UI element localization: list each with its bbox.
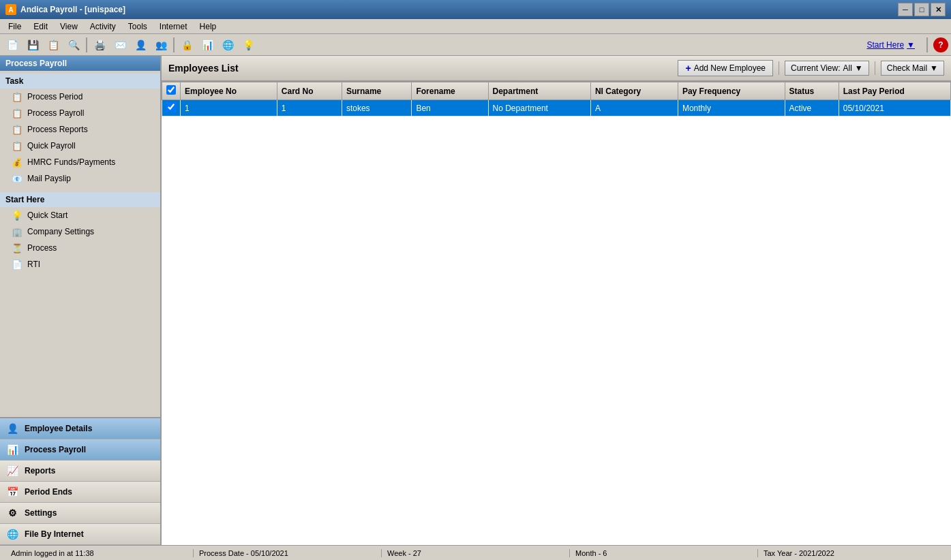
toolbar-btn-10[interactable]: 📊 bbox=[198, 36, 217, 54]
start-rti[interactable]: 📄 RTI bbox=[0, 256, 160, 273]
header-divider-2 bbox=[875, 61, 875, 75]
nav-period-ends[interactable]: 📅 Period Ends bbox=[0, 482, 160, 503]
check-mail-label: Check Mail bbox=[887, 63, 927, 73]
select-all-checkbox[interactable] bbox=[166, 85, 176, 95]
menu-activity[interactable]: Activity bbox=[85, 20, 121, 33]
toolbar: 📄 💾 📋 🔍 🖨️ ✉️ 👤 👥 🔒 📊 🌐 💡 Start Here ▼ ? bbox=[0, 34, 951, 56]
row-1-checkbox[interactable] bbox=[166, 102, 176, 112]
table-row[interactable]: 1 1 stokes Ben No Department A Monthly A… bbox=[162, 100, 951, 116]
employees-table: Employee No Card No Surname Forename Dep… bbox=[162, 82, 951, 116]
task-hmrc[interactable]: 💰 HMRC Funds/Payments bbox=[0, 154, 160, 170]
quick-start-icon: 💡 bbox=[11, 209, 23, 221]
nav-employee-details[interactable]: 👤 Employee Details bbox=[0, 418, 160, 439]
process-payroll-nav-label: Process Payroll bbox=[25, 445, 86, 454]
minimize-button[interactable]: ─ bbox=[898, 3, 913, 16]
maximize-button[interactable]: □ bbox=[914, 3, 929, 16]
nav-reports[interactable]: 📈 Reports bbox=[0, 461, 160, 482]
current-view-button[interactable]: Current View: All ▼ bbox=[785, 61, 869, 76]
start-company-settings[interactable]: 🏢 Company Settings bbox=[0, 223, 160, 240]
rti-label: RTI bbox=[27, 260, 40, 269]
toolbar-sep-2 bbox=[173, 37, 175, 52]
task-process-reports[interactable]: 📋 Process Reports bbox=[0, 121, 160, 138]
col-ni-category: NI Category bbox=[590, 82, 678, 100]
current-view-value: All bbox=[843, 63, 852, 73]
company-settings-icon: 🏢 bbox=[11, 225, 23, 238]
toolbar-btn-6[interactable]: ✉️ bbox=[110, 36, 130, 54]
process-period-icon: 📋 bbox=[11, 91, 23, 103]
row-1-employee-no: 1 bbox=[181, 100, 277, 116]
process-payroll-icon: 📋 bbox=[11, 107, 23, 119]
toolbar-btn-7[interactable]: 👤 bbox=[131, 36, 150, 54]
reports-nav-icon: 📈 bbox=[5, 465, 19, 477]
menu-edit[interactable]: Edit bbox=[28, 20, 53, 33]
add-new-employee-button[interactable]: + Add New Employee bbox=[678, 60, 773, 76]
toolbar-btn-5[interactable]: 🖨️ bbox=[90, 36, 109, 54]
settings-nav-icon: ⚙ bbox=[5, 507, 19, 519]
toolbar-btn-3[interactable]: 📋 bbox=[44, 36, 63, 54]
company-settings-label: Company Settings bbox=[27, 227, 94, 236]
toolbar-btn-4[interactable]: 🔍 bbox=[64, 36, 83, 54]
task-hmrc-label: HMRC Funds/Payments bbox=[27, 157, 115, 167]
header-actions: + Add New Employee Current View: All ▼ C… bbox=[678, 60, 944, 76]
toolbar-btn-8[interactable]: 👥 bbox=[151, 36, 170, 54]
status-process-date: Process Date - 05/10/2021 bbox=[194, 549, 382, 557]
task-quick-payroll-label: Quick Payroll bbox=[27, 141, 76, 151]
col-employee-no: Employee No bbox=[181, 82, 277, 100]
task-quick-payroll[interactable]: 📋 Quick Payroll bbox=[0, 138, 160, 154]
status-tax-year: Tax Year - 2021/2022 bbox=[758, 549, 946, 557]
start-here-button[interactable]: Start Here ▼ bbox=[860, 38, 921, 52]
status-bar: Admin logged in at 11:38 Process Date - … bbox=[0, 545, 951, 560]
sidebar-task-area: Task 📋 Process Period 📋 Process Payroll … bbox=[0, 71, 160, 417]
mail-payslip-icon: 📧 bbox=[11, 172, 23, 185]
menu-internet[interactable]: Internet bbox=[154, 20, 193, 33]
toolbar-btn-2[interactable]: 💾 bbox=[23, 36, 42, 54]
task-label: Task bbox=[0, 74, 160, 89]
row-1-forename: Ben bbox=[412, 100, 488, 116]
toolbar-btn-11[interactable]: 🌐 bbox=[218, 36, 237, 54]
row-1-ni-category: A bbox=[590, 100, 678, 116]
quick-payroll-icon: 📋 bbox=[11, 140, 23, 152]
rti-icon: 📄 bbox=[11, 258, 23, 270]
start-here-section: Start Here 💡 Quick Start 🏢 Company Setti… bbox=[0, 189, 160, 275]
help-button[interactable]: ? bbox=[933, 37, 948, 52]
start-quick-start[interactable]: 💡 Quick Start bbox=[0, 207, 160, 223]
start-process[interactable]: ⏳ Process bbox=[0, 240, 160, 256]
app-icon: A bbox=[5, 4, 16, 15]
menu-help[interactable]: Help bbox=[194, 20, 222, 33]
toolbar-btn-1[interactable]: 📄 bbox=[3, 36, 22, 54]
window-controls: ─ □ ✕ bbox=[898, 3, 946, 16]
status-admin: Admin logged in at 11:38 bbox=[5, 549, 194, 557]
employee-details-nav-label: Employee Details bbox=[25, 424, 92, 433]
nav-file-internet[interactable]: 🌐 File By Internet bbox=[0, 524, 160, 545]
toolbar-btn-9[interactable]: 🔒 bbox=[177, 36, 196, 54]
row-1-surname: stokes bbox=[342, 100, 412, 116]
check-mail-button[interactable]: Check Mail ▼ bbox=[881, 61, 944, 76]
content-header: Employees List + Add New Employee Curren… bbox=[162, 56, 951, 82]
menu-file[interactable]: File bbox=[3, 20, 27, 33]
nav-settings[interactable]: ⚙ Settings bbox=[0, 503, 160, 524]
sidebar: Process Payroll Task 📋 Process Period 📋 … bbox=[0, 56, 162, 545]
menu-tools[interactable]: Tools bbox=[123, 20, 153, 33]
menu-view[interactable]: View bbox=[55, 20, 83, 33]
file-internet-nav-label: File By Internet bbox=[25, 529, 84, 539]
menu-bar: File Edit View Activity Tools Internet H… bbox=[0, 19, 951, 34]
current-view-dropdown-icon: ▼ bbox=[855, 63, 863, 73]
hmrc-icon: 💰 bbox=[11, 156, 23, 168]
process-icon: ⏳ bbox=[11, 242, 23, 254]
task-process-payroll[interactable]: 📋 Process Payroll bbox=[0, 105, 160, 121]
status-week: Week - 27 bbox=[382, 549, 570, 557]
task-mail-payslip[interactable]: 📧 Mail Payslip bbox=[0, 170, 160, 187]
close-button[interactable]: ✕ bbox=[931, 3, 946, 16]
start-here-section-label: Start Here bbox=[0, 192, 160, 207]
main-content: Employees List + Add New Employee Curren… bbox=[162, 56, 951, 545]
period-ends-nav-icon: 📅 bbox=[5, 486, 19, 498]
employees-table-container: Employee No Card No Surname Forename Dep… bbox=[162, 82, 951, 545]
col-checkbox bbox=[162, 82, 181, 100]
task-process-period[interactable]: 📋 Process Period bbox=[0, 89, 160, 105]
content-title-bar: Employees List + Add New Employee Curren… bbox=[162, 56, 951, 80]
process-reports-icon: 📋 bbox=[11, 123, 23, 136]
header-divider-1 bbox=[779, 61, 779, 75]
nav-process-payroll[interactable]: 📊 Process Payroll bbox=[0, 439, 160, 461]
toolbar-btn-12[interactable]: 💡 bbox=[239, 36, 258, 54]
current-view-prefix: Current View: bbox=[791, 63, 840, 73]
